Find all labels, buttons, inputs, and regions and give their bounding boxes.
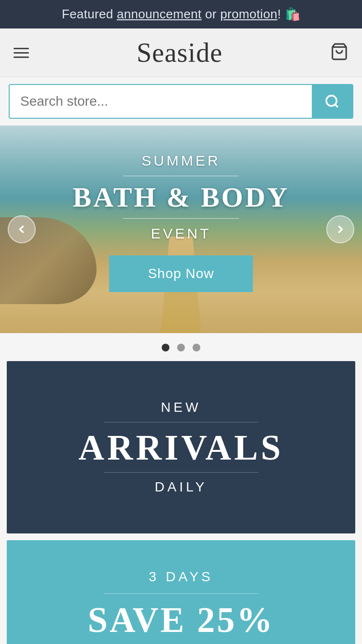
carousel-prev-button[interactable] [8,215,36,243]
announcement-link[interactable]: announcement [117,7,202,21]
search-bar [9,84,353,119]
arrivals-divider-top [104,422,258,422]
new-arrivals-label-bottom: DAILY [26,479,336,495]
save-title: SAVE 25% [26,600,336,641]
carousel-dot-2[interactable] [177,344,185,351]
promotion-link[interactable]: promotion [220,7,277,21]
new-arrivals-title: ARRIVALS [26,427,336,468]
save-days-label: 3 DAYS [26,569,336,585]
hero-label-bottom: EVENT [151,225,211,242]
carousel-next-button[interactable] [326,215,354,243]
hero-divider-bottom [123,218,239,219]
logo[interactable]: Seaside [137,37,223,68]
hero-banner: SUMMER BATH & BODY EVENT Shop Now [0,126,362,333]
hero-divider-top [123,176,239,176]
carousel-dot-3[interactable] [193,344,200,351]
announcement-bar: Featured announcement or promotion! 🛍️ [0,0,362,28]
cart-icon[interactable] [330,42,348,63]
shop-now-button[interactable]: Shop Now [109,255,252,292]
save-section: 3 DAYS SAVE 25% [7,540,355,644]
search-button[interactable] [312,85,352,118]
svg-line-2 [335,104,338,107]
search-input[interactable] [10,85,312,118]
carousel-dots [0,333,362,361]
new-arrivals-label-top: NEW [26,400,336,415]
save-divider [104,593,258,594]
hero-label-top: SUMMER [141,153,220,169]
hero-title: BATH & BODY [73,181,290,213]
new-arrivals-section: NEW ARRIVALS DAILY [7,361,355,533]
header: Seaside [0,28,362,77]
carousel-dot-1[interactable] [162,344,169,351]
hamburger-menu-icon[interactable] [14,48,29,58]
arrivals-divider-bottom [104,472,258,473]
svg-point-1 [326,96,336,106]
